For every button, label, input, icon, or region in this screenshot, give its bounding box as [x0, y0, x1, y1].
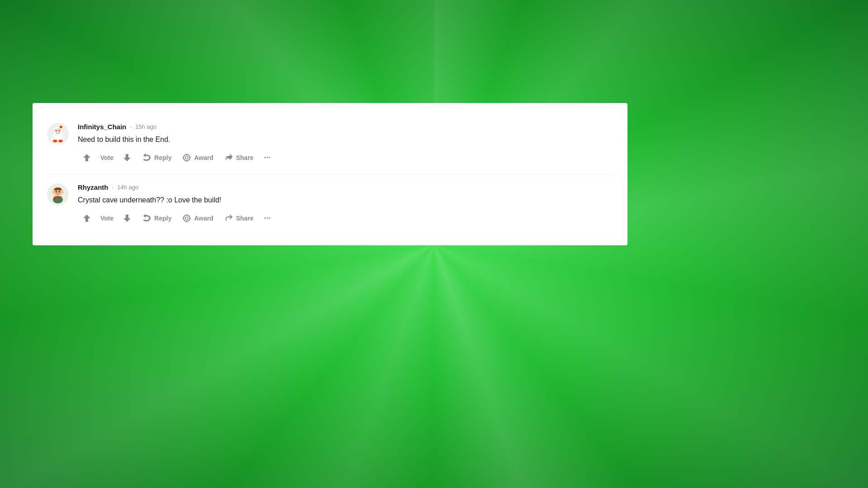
svg-point-28: [61, 190, 64, 194]
share-button[interactable]: Share: [220, 150, 258, 165]
share-button[interactable]: Share: [220, 211, 258, 225]
upvote-icon: [82, 153, 91, 162]
comments-card: Infinitys_Chain · 15h ago Need to build …: [33, 103, 627, 245]
share-label: Share: [236, 215, 254, 222]
svg-point-7: [59, 130, 60, 131]
downvote-icon: [123, 214, 132, 223]
award-label: Award: [194, 215, 213, 222]
svg-point-27: [52, 190, 55, 194]
reply-icon: [142, 214, 151, 223]
share-icon: [224, 214, 233, 223]
action-bar: Vote Reply: [78, 150, 613, 165]
vote-label: Vote: [100, 154, 113, 161]
reply-button[interactable]: Reply: [138, 211, 176, 225]
action-bar: Vote Reply: [78, 211, 613, 225]
share-icon: [224, 153, 233, 162]
award-button[interactable]: Award: [178, 150, 218, 165]
svg-point-21: [56, 191, 57, 192]
separator-dot: ·: [112, 184, 114, 191]
reply-label: Reply: [154, 154, 171, 161]
reply-label: Reply: [154, 215, 171, 222]
comment-text: Need to build this in the End.: [78, 134, 613, 145]
vote-section: Vote: [78, 150, 136, 165]
username: Infinitys_Chain: [78, 123, 127, 131]
award-label: Award: [194, 154, 213, 161]
vote-section: Vote: [78, 211, 136, 225]
upvote-button[interactable]: [78, 211, 96, 225]
comment-body: Rhyzanth · 14h ago Crystal cave undernea…: [78, 183, 613, 225]
comment-text: Crystal cave underneath?? :o Love the bu…: [78, 195, 613, 206]
comment-body: Infinitys_Chain · 15h ago Need to build …: [78, 123, 613, 165]
award-button[interactable]: Award: [178, 211, 218, 225]
reply-button[interactable]: Reply: [138, 150, 176, 165]
upvote-icon: [82, 214, 91, 223]
svg-point-31: [184, 215, 190, 221]
username: Rhyzanth: [78, 183, 108, 191]
vote-button[interactable]: Vote: [96, 151, 118, 164]
downvote-icon: [123, 153, 132, 162]
timestamp: 15h ago: [135, 123, 156, 130]
award-icon: [182, 153, 191, 162]
svg-point-32: [185, 217, 188, 220]
comment-item: Rhyzanth · 14h ago Crystal cave undernea…: [47, 174, 613, 235]
upvote-button[interactable]: [78, 150, 96, 165]
svg-point-10: [53, 140, 57, 142]
downvote-button[interactable]: [118, 150, 136, 165]
svg-point-14: [184, 155, 190, 161]
svg-point-23: [56, 191, 57, 192]
svg-point-29: [55, 193, 56, 194]
svg-point-25: [57, 192, 58, 193]
more-button[interactable]: ···: [260, 211, 274, 225]
vote-label: Vote: [100, 215, 113, 222]
avatar: [47, 123, 69, 145]
comment-header: Rhyzanth · 14h ago: [78, 183, 613, 191]
svg-point-6: [56, 130, 57, 131]
avatar: [47, 183, 69, 205]
reply-icon: [142, 153, 151, 162]
more-button[interactable]: ···: [260, 150, 274, 165]
svg-point-22: [59, 191, 61, 192]
award-icon: [182, 214, 191, 223]
snoo-icon: [48, 124, 68, 144]
comment-header: Infinitys_Chain · 15h ago: [78, 123, 613, 131]
separator-dot: ·: [130, 123, 132, 130]
vote-button[interactable]: Vote: [96, 212, 118, 225]
timestamp: 14h ago: [117, 184, 138, 191]
character-icon: [48, 184, 68, 204]
comment-item: Infinitys_Chain · 15h ago Need to build …: [47, 114, 613, 174]
share-label: Share: [236, 154, 254, 161]
downvote-button[interactable]: [118, 211, 136, 225]
svg-point-24: [59, 191, 60, 192]
svg-point-30: [60, 193, 61, 194]
svg-point-15: [185, 156, 188, 159]
svg-point-2: [60, 126, 62, 128]
svg-point-11: [58, 140, 63, 142]
